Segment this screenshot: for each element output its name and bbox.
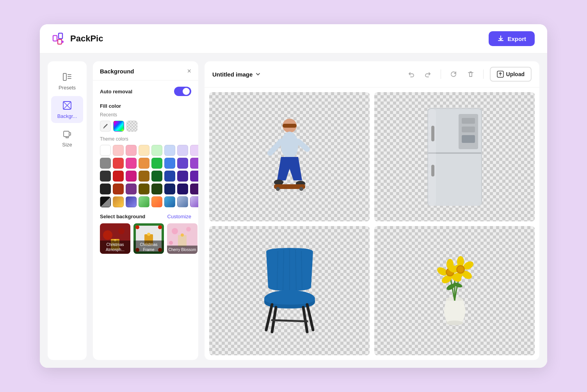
svg-line-61 <box>272 320 307 321</box>
panel-title: Background <box>100 68 134 75</box>
color-swatch[interactable] <box>190 184 198 194</box>
color-swatch[interactable] <box>100 158 111 169</box>
color-swatch[interactable] <box>177 171 188 182</box>
skater-image <box>247 110 333 204</box>
color-swatch[interactable] <box>190 196 198 207</box>
redo-button[interactable] <box>422 69 434 80</box>
color-swatch[interactable] <box>190 145 198 156</box>
color-swatch[interactable] <box>164 145 175 156</box>
svg-point-24 <box>158 225 162 229</box>
svg-rect-2 <box>58 39 62 44</box>
svg-point-30 <box>172 228 178 234</box>
color-swatch[interactable] <box>113 184 124 194</box>
transparent-swatch[interactable] <box>126 121 137 132</box>
flowers-image <box>416 244 494 338</box>
customize-link[interactable]: Customize <box>167 214 191 219</box>
size-icon <box>62 128 73 139</box>
close-panel-button[interactable]: × <box>187 68 191 75</box>
svg-point-15 <box>103 230 112 240</box>
sidebar-item-size[interactable]: Size <box>51 125 83 151</box>
svg-rect-12 <box>64 131 69 137</box>
color-swatch[interactable] <box>151 184 162 194</box>
svg-point-13 <box>103 128 104 128</box>
svg-point-67 <box>446 321 463 325</box>
svg-rect-4 <box>63 73 66 80</box>
color-swatch[interactable] <box>113 171 124 182</box>
color-swatch[interactable] <box>177 196 188 207</box>
color-swatch[interactable] <box>151 145 162 156</box>
canvas-title[interactable]: Untitled image <box>212 71 261 78</box>
color-swatch[interactable] <box>190 158 198 169</box>
svg-rect-52 <box>462 118 475 124</box>
eyedropper-swatch[interactable] <box>100 121 111 132</box>
presets-label: Presets <box>59 85 76 91</box>
color-swatch[interactable] <box>139 196 149 207</box>
color-swatch[interactable] <box>139 184 149 194</box>
color-swatch[interactable] <box>151 196 162 207</box>
image-cell-skater[interactable] <box>209 92 370 221</box>
undo-button[interactable] <box>405 69 417 80</box>
image-cell-chair[interactable] <box>209 226 370 355</box>
fridge-image <box>420 106 490 208</box>
color-swatch[interactable] <box>151 158 162 169</box>
bg-thumb-christmas-atm[interactable]: ★ Christmas Atmosph... <box>100 223 130 254</box>
theme-colors-grid <box>100 145 191 207</box>
svg-rect-55 <box>428 109 436 206</box>
gradient-swatch[interactable] <box>113 121 124 132</box>
svg-line-39 <box>270 141 281 153</box>
color-swatch[interactable] <box>100 171 111 182</box>
color-swatch[interactable] <box>164 171 175 182</box>
color-swatch[interactable] <box>177 158 188 169</box>
bg-thumb-christmas-frame[interactable]: Christmas Frame <box>133 223 164 254</box>
auto-removal-label: Auto removal <box>100 89 132 94</box>
color-swatch[interactable] <box>126 158 137 169</box>
color-swatch[interactable] <box>126 196 137 207</box>
svg-point-84 <box>457 266 464 273</box>
canvas-area: Untitled image <box>205 61 539 360</box>
select-bg-header: Select background Customize <box>100 214 191 219</box>
main-body: Presets Backgr... <box>40 53 547 368</box>
color-swatch[interactable] <box>113 196 124 207</box>
auto-removal-toggle[interactable] <box>174 87 191 96</box>
color-swatch[interactable] <box>177 184 188 194</box>
color-swatch[interactable] <box>100 145 111 156</box>
color-swatch[interactable] <box>100 184 111 194</box>
color-swatch[interactable] <box>139 145 149 156</box>
color-swatch[interactable] <box>190 171 198 182</box>
svg-rect-5 <box>63 73 66 80</box>
svg-point-32 <box>169 241 173 245</box>
bg-thumb-cherry-blossom[interactable]: Cherry Blossom <box>167 223 197 254</box>
image-cell-flowers[interactable] <box>374 226 535 355</box>
color-swatch[interactable] <box>100 196 111 207</box>
color-swatch[interactable] <box>126 184 137 194</box>
color-swatch[interactable] <box>126 171 137 182</box>
upload-icon <box>497 71 504 78</box>
panel-body: Auto removal Fill color Recents Theme co… <box>93 80 198 360</box>
refresh-button[interactable] <box>447 69 460 80</box>
color-swatch[interactable] <box>139 171 149 182</box>
packpic-logo-icon <box>52 32 66 46</box>
color-swatch[interactable] <box>113 145 124 156</box>
color-swatch[interactable] <box>126 145 137 156</box>
color-swatch[interactable] <box>139 158 149 169</box>
color-swatch[interactable] <box>164 184 175 194</box>
sidebar-item-presets[interactable]: Presets <box>51 68 83 94</box>
upload-button[interactable]: Upload <box>490 67 532 82</box>
color-swatch[interactable] <box>151 171 162 182</box>
panel-header: Background × <box>93 61 198 80</box>
left-sidebar: Presets Backgr... <box>48 61 87 360</box>
color-swatch[interactable] <box>113 158 124 169</box>
color-swatch[interactable] <box>164 158 175 169</box>
color-swatch[interactable] <box>164 196 175 207</box>
image-cell-fridge[interactable] <box>374 92 535 221</box>
bg-thumb-label-christmas-frame: Christmas Frame <box>133 241 164 254</box>
svg-point-23 <box>135 225 139 229</box>
bg-thumb-label-christmas-atm: Christmas Atmosph... <box>100 241 130 254</box>
delete-button[interactable] <box>464 69 477 80</box>
fill-color-label: Fill color <box>100 103 191 109</box>
sidebar-item-background[interactable]: Backgr... <box>51 96 83 123</box>
export-button[interactable]: Export <box>489 31 535 46</box>
color-swatch[interactable] <box>177 145 188 156</box>
svg-rect-37 <box>283 124 297 128</box>
svg-point-16 <box>118 228 125 234</box>
